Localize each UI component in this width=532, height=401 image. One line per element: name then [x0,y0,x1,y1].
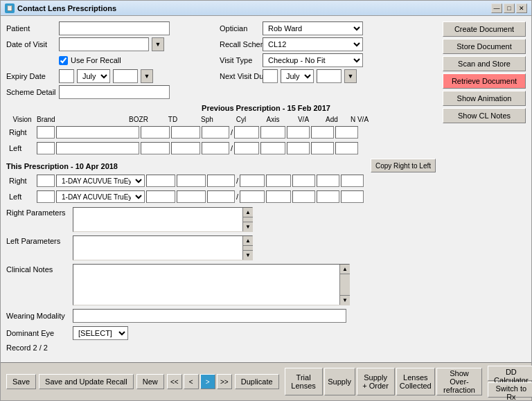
this-prescription-title: This Prescription - 10 Apr 2018 [6,162,118,170]
lenses-collected-button[interactable]: Lenses Collected [396,368,435,395]
show-over-refraction-button[interactable]: Show Over-refraction [436,368,482,395]
curr-right-brand-select[interactable]: 1-DAY ACUVUE TruEye [56,175,145,187]
curr-left-sph[interactable]: -3.50 [207,190,235,203]
save-button[interactable]: Save [6,374,36,389]
prev-left-vision[interactable] [37,142,55,154]
prev-right-cyl[interactable] [234,126,259,139]
curr-right-cyl[interactable] [240,175,265,187]
nav-prev-button[interactable]: < [184,374,199,389]
switch-to-rx-button[interactable]: Switch to Rx [488,382,532,398]
patient-input[interactable]: Mr Geoff Ward [59,21,170,35]
curr-right-td[interactable]: 14.20 [177,175,206,187]
prev-left-va[interactable] [287,142,310,154]
nav-first-button[interactable]: << [167,374,182,389]
right-parameters-label: Right Parameters [6,207,69,217]
prev-right-va[interactable] [287,126,310,139]
curr-right-axis[interactable] [266,175,291,187]
header-brand: Brand [37,116,120,123]
supply-order-button[interactable]: Supply + Order [357,368,395,395]
left-parameters-section: Left Parameters ▲ ▼ [6,235,526,260]
record-info: Record 2 / 2 [6,344,526,352]
header-td: TD [157,116,188,123]
restore-button[interactable]: □ [504,3,515,13]
wearing-modality-input[interactable] [73,309,346,323]
expiry-month-select[interactable]: July [77,69,110,83]
prev-right-add[interactable] [311,126,334,139]
curr-right-add[interactable] [317,175,339,187]
optician-select[interactable]: Rob Ward [263,21,363,35]
next-visit-year-input[interactable]: 2019 [317,69,342,83]
curr-left-add[interactable] [317,190,339,203]
use-for-recall-checkbox[interactable] [59,56,68,65]
curr-left-nva[interactable] [341,190,364,203]
curr-right-vision[interactable] [37,175,55,187]
visit-type-select[interactable]: Checkup - No Fit [263,53,363,67]
create-document-button[interactable]: Create Document [443,21,526,37]
right-params-scroll-up[interactable]: ▲ [243,208,253,217]
prev-left-sph[interactable]: -4.00 [202,142,229,154]
close-button[interactable]: ✕ [516,3,527,13]
supply-button[interactable]: Supply [324,368,355,395]
next-visit-month-select[interactable]: July [281,69,314,83]
prev-right-brand2[interactable]: 1-DAY ACUVUE TruEye [56,126,139,139]
nav-last-button[interactable]: >> [217,374,232,389]
prev-left-brand[interactable]: 1-DAY ACUVUE TruEye [56,142,139,154]
curr-left-td[interactable]: 14.20 [177,190,206,203]
scan-and-store-button[interactable]: Scan and Store [443,56,526,71]
clinical-notes-scroll-down[interactable]: ▼ [340,295,350,305]
prev-right-axis[interactable] [260,126,285,139]
expiry-year-input[interactable]: 2019 [113,69,138,83]
prev-left-cyl[interactable] [234,142,259,154]
date-of-visit-input[interactable]: 10 Apr 2018 13:16 [59,37,149,51]
prev-left-add[interactable] [311,142,334,154]
curr-left-va[interactable] [292,190,315,203]
duplicate-button[interactable]: Duplicate [235,374,279,389]
recall-scheme-select[interactable]: CL12 [263,37,363,51]
curr-left-brand-select[interactable]: 1-DAY ACUVUE TruEye [56,190,145,203]
clinical-notes-scroll-up[interactable]: ▲ [340,265,350,274]
curr-right-nva[interactable] [341,175,364,187]
expiry-cal-button[interactable]: ▼ [141,69,153,83]
curr-left-axis[interactable] [266,190,291,203]
curr-left-vision[interactable] [37,190,55,203]
dd-calculator-button[interactable]: DD Calculator [488,366,532,381]
next-visit-cal-button[interactable]: ▼ [344,69,357,83]
prev-right-bozr[interactable]: 8.50 [141,126,170,139]
left-params-scroll-down[interactable]: ▼ [243,250,253,260]
left-params-scroll-up[interactable]: ▲ [243,236,253,246]
prev-left-axis[interactable] [260,142,285,154]
curr-right-va[interactable] [292,175,315,187]
prev-right-td[interactable]: 14.20 [171,126,200,139]
prev-left-td[interactable]: 14.20 [171,142,200,154]
show-animation-button[interactable]: Show Animation [443,91,526,106]
prev-right-vision2[interactable] [37,126,55,139]
scheme-detail-input[interactable] [59,85,170,99]
curr-right-bozr[interactable]: 8.50 [146,175,175,187]
clinical-notes-textarea[interactable] [73,265,341,305]
minimize-button[interactable]: — [491,3,502,13]
curr-left-cyl[interactable] [240,190,265,203]
prev-left-nva[interactable] [335,142,358,154]
show-cl-notes-button[interactable]: Show CL Notes [443,108,526,123]
curr-left-bozr[interactable]: 8.50 [146,190,175,203]
prev-left-bozr[interactable]: 8.50 [141,142,170,154]
patient-label: Patient [6,24,56,33]
next-visit-day-input[interactable]: 10 [263,69,278,83]
curr-right-sph[interactable]: -4.00 [207,175,235,187]
prev-right-nva[interactable] [335,126,358,139]
trial-lenses-button[interactable]: Trial Lenses [285,368,323,395]
dominant-eye-select[interactable]: [SELECT] [73,326,128,340]
date-of-visit-cal-button[interactable]: ▼ [152,37,164,51]
save-update-recall-button[interactable]: Save and Update Recall [39,374,134,389]
expiry-day-input[interactable]: 10 [59,69,74,83]
copy-right-to-left-button[interactable]: Copy Right to Left [371,159,436,172]
store-document-button[interactable]: Store Document [443,39,526,54]
new-button[interactable]: New [136,374,164,389]
dominant-eye-row: Dominant Eye [SELECT] [6,326,526,340]
nav-next-button[interactable]: > [200,374,215,389]
right-parameters-section: Right Parameters ▲ ▼ [6,207,526,232]
right-params-scroll-down[interactable]: ▼ [243,222,253,231]
retrieve-document-button[interactable]: Retrieve Document [443,73,526,89]
use-for-recall-label: Use For Recall [71,56,121,64]
prev-right-sph[interactable]: -4.00 [202,126,229,139]
